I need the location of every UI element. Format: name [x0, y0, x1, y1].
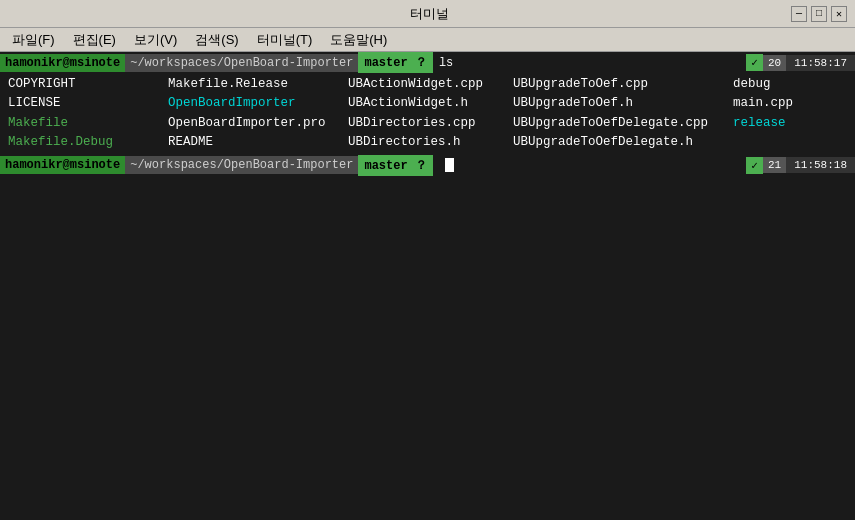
- file-row-3: Makefile OpenBoardImporter.pro UBDirecto…: [8, 114, 847, 133]
- file-col3-r4: UBDirectories.h: [348, 133, 513, 152]
- file-col3-r2: UBActionWidget.h: [348, 94, 513, 113]
- menu-search[interactable]: 검색(S): [187, 29, 246, 51]
- prompt-path-1: ~/workspaces/OpenBoard-Importer: [125, 54, 358, 72]
- status-num-2: 21: [763, 157, 786, 173]
- status-check-2: ✓: [746, 157, 763, 174]
- close-button[interactable]: ✕: [831, 6, 847, 22]
- prompt-left-2: hamonikr@msinote ~/workspaces/OpenBoard-…: [0, 155, 746, 176]
- prompt-right-2: ✓ 21 11:58:18: [746, 157, 855, 174]
- file-col1-r2: LICENSE: [8, 94, 168, 113]
- prompt-user-2: hamonikr@msinote: [0, 156, 125, 174]
- file-col4-r1: UBUpgradeToOef.cpp: [513, 75, 733, 94]
- prompt-right-1: ✓ 20 11:58:17: [746, 54, 855, 71]
- prompt-user-1: hamonikr@msinote: [0, 54, 125, 72]
- title-bar: 터미널 — □ ✕: [0, 0, 855, 28]
- status-num-1: 20: [763, 55, 786, 71]
- terminal-empty-area: [0, 176, 855, 476]
- prompt-line-1: hamonikr@msinote ~/workspaces/OpenBoard-…: [0, 52, 855, 73]
- maximize-button[interactable]: □: [811, 6, 827, 22]
- file-col2-r1: Makefile.Release: [168, 75, 348, 94]
- file-col5-r2: main.cpp: [733, 94, 823, 113]
- file-col2-r2: OpenBoardImporter: [168, 94, 348, 113]
- menu-bar: 파일(F) 편집(E) 보기(V) 검색(S) 터미널(T) 도움말(H): [0, 28, 855, 52]
- prompt-cmd-2: [433, 163, 445, 167]
- file-col5-r4: [733, 133, 823, 152]
- file-col2-r4: README: [168, 133, 348, 152]
- prompt-line-2: hamonikr@msinote ~/workspaces/OpenBoard-…: [0, 155, 855, 176]
- file-listing: COPYRIGHT Makefile.Release UBActionWidge…: [0, 73, 855, 155]
- file-col4-r2: UBUpgradeToOef.h: [513, 94, 733, 113]
- prompt-branch-2: master ？: [358, 155, 432, 176]
- prompt-left-1: hamonikr@msinote ~/workspaces/OpenBoard-…: [0, 52, 746, 73]
- file-col1-r4: Makefile.Debug: [8, 133, 168, 152]
- prompt-branch-1: master ？: [358, 52, 432, 73]
- cursor: [445, 158, 454, 172]
- status-time-2: 11:58:18: [786, 157, 855, 173]
- window-title: 터미널: [68, 5, 791, 23]
- file-col1-r3: Makefile: [8, 114, 168, 133]
- file-row-4: Makefile.Debug README UBDirectories.h UB…: [8, 133, 847, 152]
- file-row-1: COPYRIGHT Makefile.Release UBActionWidge…: [8, 75, 847, 94]
- file-row-2: LICENSE OpenBoardImporter UBActionWidget…: [8, 94, 847, 113]
- minimize-button[interactable]: —: [791, 6, 807, 22]
- menu-view[interactable]: 보기(V): [126, 29, 185, 51]
- terminal-area[interactable]: hamonikr@msinote ~/workspaces/OpenBoard-…: [0, 52, 855, 520]
- status-check-1: ✓: [746, 54, 763, 71]
- file-col3-r1: UBActionWidget.cpp: [348, 75, 513, 94]
- prompt-path-2: ~/workspaces/OpenBoard-Importer: [125, 156, 358, 174]
- file-col3-r3: UBDirectories.cpp: [348, 114, 513, 133]
- file-col4-r4: UBUpgradeToOefDelegate.h: [513, 133, 733, 152]
- menu-help[interactable]: 도움말(H): [322, 29, 395, 51]
- prompt-cmd-1: ls: [433, 54, 459, 72]
- file-col4-r3: UBUpgradeToOefDelegate.cpp: [513, 114, 733, 133]
- menu-terminal[interactable]: 터미널(T): [249, 29, 321, 51]
- file-col5-r1: debug: [733, 75, 823, 94]
- menu-file[interactable]: 파일(F): [4, 29, 63, 51]
- status-time-1: 11:58:17: [786, 55, 855, 71]
- file-col5-r3: release: [733, 114, 823, 133]
- window-controls[interactable]: — □ ✕: [791, 6, 847, 22]
- menu-edit[interactable]: 편집(E): [65, 29, 124, 51]
- file-col1-r1: COPYRIGHT: [8, 75, 168, 94]
- file-col2-r3: OpenBoardImporter.pro: [168, 114, 348, 133]
